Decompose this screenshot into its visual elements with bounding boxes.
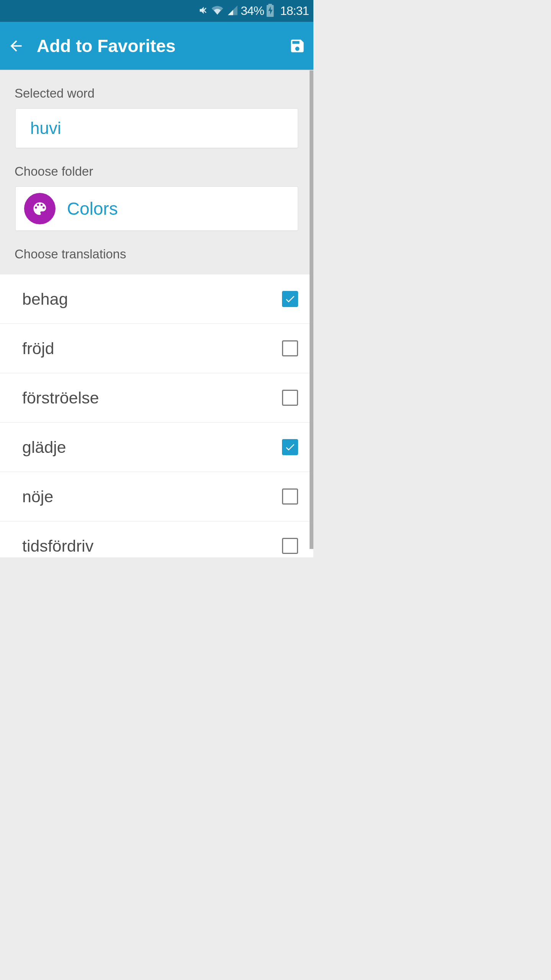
mute-icon: [197, 5, 208, 17]
wifi-icon: [212, 5, 223, 18]
folder-selector[interactable]: Colors: [15, 186, 298, 231]
translation-checkbox[interactable]: [282, 390, 298, 406]
translation-label: glädje: [22, 438, 66, 457]
translation-checkbox[interactable]: [282, 439, 298, 455]
translation-row[interactable]: nöje: [0, 472, 313, 521]
status-bar: 34% 18:31: [0, 0, 313, 22]
folder-name: Colors: [67, 198, 118, 219]
arrow-left-icon: [8, 38, 24, 54]
translation-row[interactable]: förströelse: [0, 373, 313, 423]
palette-icon: [24, 193, 55, 224]
choose-folder-label: Choose folder: [0, 148, 313, 186]
selected-word-label: Selected word: [0, 70, 313, 108]
translation-checkbox[interactable]: [282, 340, 298, 356]
translations-list: behagfröjdförströelseglädjenöjetidsfördr…: [0, 274, 313, 557]
translation-checkbox[interactable]: [282, 538, 298, 554]
translation-checkbox[interactable]: [282, 291, 298, 307]
translation-row[interactable]: behag: [0, 274, 313, 324]
back-button[interactable]: [7, 37, 25, 55]
app-bar: Add to Favorites: [0, 22, 313, 70]
status-icons: [197, 5, 238, 18]
save-icon: [289, 38, 306, 54]
translation-row[interactable]: tidsfördriv: [0, 521, 313, 557]
translation-checkbox[interactable]: [282, 488, 298, 505]
battery-charging-icon: [266, 4, 274, 18]
translation-label: förströelse: [22, 389, 99, 407]
check-icon: [284, 293, 296, 305]
save-button[interactable]: [288, 37, 306, 55]
page-title: Add to Favorites: [37, 36, 277, 56]
scrollbar[interactable]: [310, 70, 313, 549]
clock: 18:31: [280, 4, 309, 18]
selected-word-value: huvi: [30, 119, 61, 137]
content: Selected word huvi Choose folder Colors …: [0, 70, 313, 557]
battery-percentage: 34%: [241, 4, 264, 18]
selected-word-card[interactable]: huvi: [15, 108, 298, 148]
check-icon: [284, 441, 296, 453]
translation-label: behag: [22, 290, 68, 309]
translation-label: tidsfördriv: [22, 537, 93, 555]
choose-translations-label: Choose translations: [0, 231, 313, 272]
translation-row[interactable]: glädje: [0, 423, 313, 472]
translation-label: nöje: [22, 487, 53, 506]
signal-icon: [227, 5, 238, 18]
translation-row[interactable]: fröjd: [0, 324, 313, 373]
translation-label: fröjd: [22, 339, 54, 358]
